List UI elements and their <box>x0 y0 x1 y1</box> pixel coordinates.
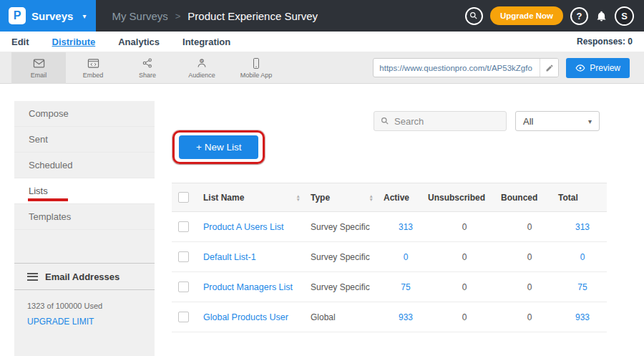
row-checkbox[interactable] <box>178 312 189 322</box>
column-bounced[interactable]: Bounced <box>501 183 558 212</box>
list-name-link[interactable]: Global Products User <box>203 312 288 322</box>
row-checkbox[interactable] <box>178 251 189 262</box>
survey-url[interactable]: https://www.questionpro.com/t/AP53kZgfo <box>374 64 540 72</box>
sort-icon: ▲▼ <box>369 194 374 201</box>
product-switcher[interactable]: P Surveys ▾ <box>0 0 96 32</box>
bounced-count: 0 <box>501 212 558 242</box>
magnifier-icon <box>381 117 389 125</box>
lists-panel: + New List All ▾ <box>155 101 630 356</box>
list-type: Survey Specific <box>311 272 384 302</box>
table-row: Product Managers List Survey Specific 75… <box>172 272 607 302</box>
embed-icon <box>87 57 99 69</box>
sidebar-item-templates[interactable]: Templates <box>14 204 155 230</box>
search-input[interactable] <box>394 116 499 127</box>
list-name-link[interactable]: Product A Users List <box>203 222 284 232</box>
total-count-link[interactable]: 0 <box>580 252 585 262</box>
eye-icon <box>575 63 585 73</box>
active-count-link[interactable]: 75 <box>401 282 410 292</box>
column-active[interactable]: Active <box>384 183 428 212</box>
email-addresses-title: Email Addresses <box>45 271 119 282</box>
new-list-button[interactable]: + New List <box>179 135 258 159</box>
channel-share[interactable]: Share <box>120 52 175 84</box>
column-unsubscribed[interactable]: Unsubscribed <box>428 183 501 212</box>
list-type: Survey Specific <box>311 212 384 242</box>
channel-mobile-app[interactable]: Mobile App <box>229 52 283 84</box>
bounced-count: 0 <box>501 242 558 272</box>
filter-value: All <box>523 116 533 127</box>
upgrade-limit-link[interactable]: UPGRADE LIMIT <box>14 310 155 327</box>
usage-text: 1323 of 100000 Used <box>14 290 155 310</box>
sidebar-item-sent[interactable]: Sent <box>14 127 155 153</box>
topbar-actions: Upgrade Now ? S <box>465 6 644 26</box>
table-row: Product A Users List Survey Specific 313… <box>172 212 607 242</box>
channel-label: Embed <box>83 72 104 79</box>
total-count-link[interactable]: 75 <box>577 282 587 292</box>
tab-distribute[interactable]: Distribute <box>52 37 96 47</box>
list-table-body: Product A Users List Survey Specific 313… <box>172 212 607 332</box>
tab-edit[interactable]: Edit <box>11 37 29 47</box>
mobile-app-icon <box>251 57 261 69</box>
app-name: Surveys <box>31 10 73 22</box>
column-list-name[interactable]: List Name▲▼ <box>203 183 311 212</box>
column-total[interactable]: Total <box>558 183 607 212</box>
page-title: Product Experience Survey <box>187 10 318 22</box>
preview-label: Preview <box>590 63 620 73</box>
top-bar: P Surveys ▾ My Surveys > Product Experie… <box>0 0 644 32</box>
bell-icon[interactable] <box>595 10 608 22</box>
channel-audience[interactable]: $ Audience <box>175 52 229 84</box>
select-all-checkbox[interactable] <box>178 192 189 203</box>
questionpro-logo: P <box>9 7 26 24</box>
list-name-link[interactable]: Default List-1 <box>203 252 256 262</box>
responses-count[interactable]: Responses: 0 <box>577 37 633 47</box>
row-checkbox[interactable] <box>178 282 189 292</box>
active-count-link[interactable]: 0 <box>404 252 409 262</box>
app-window: P Surveys ▾ My Surveys > Product Experie… <box>0 0 644 356</box>
sidebar-item-label: Templates <box>29 211 71 222</box>
bounced-count: 0 <box>501 302 558 332</box>
unsubscribed-count: 0 <box>428 302 501 332</box>
unsubscribed-count: 0 <box>428 242 501 272</box>
search-icon[interactable] <box>465 7 483 25</box>
sidebar-item-lists[interactable]: Lists <box>14 178 155 204</box>
preview-button[interactable]: Preview <box>566 58 630 78</box>
help-icon[interactable]: ? <box>570 7 588 25</box>
filter-dropdown[interactable]: All ▾ <box>515 111 600 131</box>
channel-embed[interactable]: Embed <box>66 52 120 84</box>
bounced-count: 0 <box>501 272 558 302</box>
tab-integration[interactable]: Integration <box>182 37 230 47</box>
edit-url-pencil-icon[interactable] <box>540 59 558 77</box>
table-row: Default List-1 Survey Specific 0 0 0 0 <box>172 242 607 272</box>
total-count-link[interactable]: 933 <box>575 312 590 322</box>
sidebar-item-scheduled[interactable]: Scheduled <box>14 153 155 178</box>
chevron-down-icon: ▾ <box>82 12 86 20</box>
table-row: Global Products User Global 933 0 0 933 <box>172 302 607 332</box>
upgrade-now-button[interactable]: Upgrade Now <box>490 6 563 25</box>
channel-email[interactable]: Email <box>11 52 66 84</box>
search-box <box>374 111 507 131</box>
sidebar-item-label: Scheduled <box>29 160 72 170</box>
tab-analytics[interactable]: Analytics <box>118 37 160 47</box>
list-type: Survey Specific <box>311 242 384 272</box>
list-name-link[interactable]: Product Managers List <box>203 282 293 292</box>
svg-text:$: $ <box>201 59 203 63</box>
survey-url-box: https://www.questionpro.com/t/AP53kZgfo <box>373 58 559 77</box>
list-controls: + New List All ▾ <box>172 101 630 183</box>
list-type: Global <box>311 302 384 332</box>
breadcrumb-my-surveys[interactable]: My Surveys <box>112 10 167 22</box>
lists-table: List Name▲▼ Type▲▼ Active Unsubscribed B… <box>172 183 607 332</box>
caret-down-icon: ▾ <box>588 117 592 125</box>
breadcrumb: My Surveys > Product Experience Survey <box>112 10 318 22</box>
total-count-link[interactable]: 313 <box>575 222 590 232</box>
row-checkbox[interactable] <box>178 221 189 232</box>
active-count-link[interactable]: 313 <box>399 222 413 232</box>
active-count-link[interactable]: 933 <box>399 312 413 322</box>
channel-label: Mobile App <box>240 72 273 79</box>
content-area: Compose Sent Scheduled Lists Templates E… <box>0 84 644 356</box>
column-type[interactable]: Type▲▼ <box>311 183 384 212</box>
avatar[interactable]: S <box>615 6 634 26</box>
channel-label: Share <box>139 72 156 79</box>
sidebar-item-compose[interactable]: Compose <box>14 101 155 127</box>
audience-icon: $ <box>196 57 208 69</box>
email-addresses-header: Email Addresses <box>14 263 155 290</box>
hamburger-icon <box>27 273 38 281</box>
